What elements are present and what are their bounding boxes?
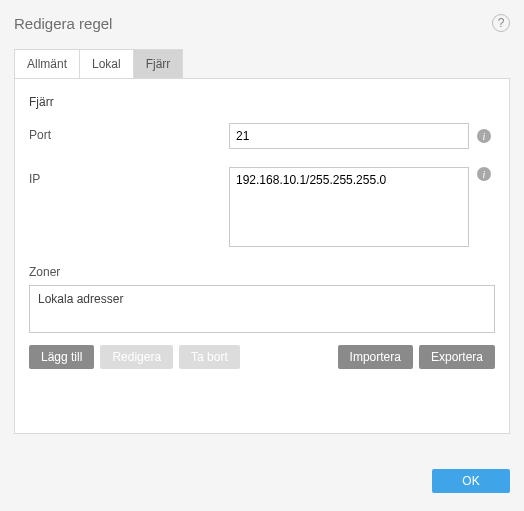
ip-label: IP (29, 167, 229, 186)
titlebar: Redigera regel ? (0, 0, 524, 48)
tab-local[interactable]: Lokal (79, 49, 134, 79)
info-icon[interactable]: i (477, 129, 491, 143)
port-input[interactable] (229, 123, 469, 149)
zones-section: Zoner Lokala adresser (29, 265, 495, 333)
delete-button: Ta bort (179, 345, 240, 369)
info-icon[interactable]: i (477, 167, 491, 181)
tab-bar: Allmänt Lokal Fjärr (14, 49, 510, 79)
export-button[interactable]: Exportera (419, 345, 495, 369)
port-label: Port (29, 123, 229, 142)
ip-row: IP i (29, 167, 495, 247)
remote-section-title: Fjärr (29, 95, 495, 109)
import-button[interactable]: Importera (338, 345, 413, 369)
zones-item[interactable]: Lokala adresser (30, 286, 494, 312)
tab-general[interactable]: Allmänt (14, 49, 80, 79)
tab-remote[interactable]: Fjärr (133, 49, 184, 79)
dialog-footer: OK (432, 469, 510, 493)
help-icon[interactable]: ? (492, 14, 510, 32)
edit-button: Redigera (100, 345, 173, 369)
port-row: Port i (29, 123, 495, 149)
add-button[interactable]: Lägg till (29, 345, 94, 369)
edit-rule-dialog: Redigera regel ? Allmänt Lokal Fjärr Fjä… (0, 0, 524, 511)
remote-panel: Fjärr Port i IP i Zoner Lokala adresser … (14, 78, 510, 434)
ip-input[interactable] (229, 167, 469, 247)
zones-list[interactable]: Lokala adresser (29, 285, 495, 333)
ok-button[interactable]: OK (432, 469, 510, 493)
dialog-title: Redigera regel (14, 15, 112, 32)
zones-button-row: Lägg till Redigera Ta bort Importera Exp… (29, 345, 495, 369)
zones-label: Zoner (29, 265, 495, 279)
